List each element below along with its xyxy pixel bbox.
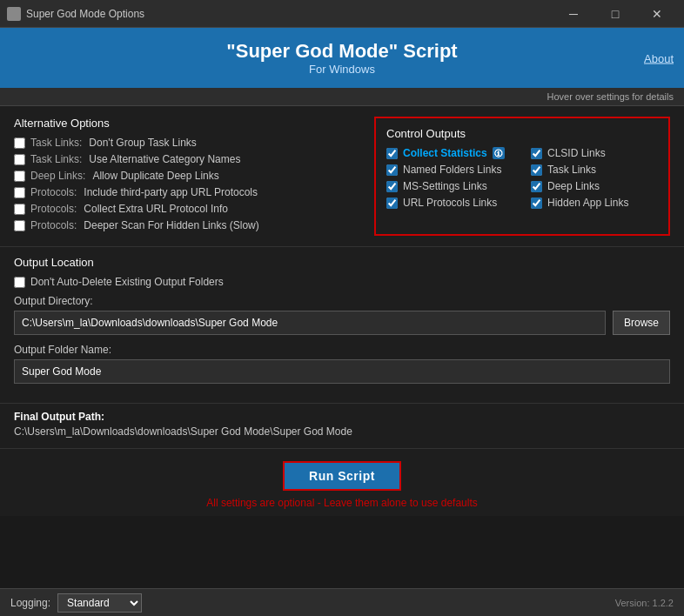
alt-item-val: Deeper Scan For Hidden Links (Slow) xyxy=(84,219,258,231)
no-delete-checkbox[interactable] xyxy=(14,277,25,288)
list-item: MS-Settings Links xyxy=(386,180,513,192)
run-section: Run Script All settings are optional - L… xyxy=(0,448,684,516)
close-button[interactable]: ✕ xyxy=(637,0,677,28)
list-item: Protocols: Include third-party app URL P… xyxy=(14,186,364,198)
co-deep-links-checkbox[interactable] xyxy=(531,181,542,192)
list-item: Hidden App Links xyxy=(531,197,658,209)
alt-item-val: Don't Group Task Links xyxy=(89,137,196,149)
maximize-button[interactable]: □ xyxy=(595,0,635,28)
alt-tasklnk2-checkbox[interactable] xyxy=(14,154,25,165)
alt-item-key: Task Links: xyxy=(30,153,82,165)
list-item: CLSID Links xyxy=(531,147,658,159)
hover-hint: Hover over settings for details xyxy=(0,88,684,106)
folder-label: Output Folder Name: xyxy=(14,344,670,356)
co-url-protocols-label: URL Protocols Links xyxy=(403,197,497,209)
co-hidden-app-checkbox[interactable] xyxy=(531,198,542,209)
run-script-button[interactable]: Run Script xyxy=(283,461,401,491)
main-options-area: Alternative Options Task Links: Don't Gr… xyxy=(0,106,684,246)
co-named-folders-label: Named Folders Links xyxy=(403,164,501,176)
alt-proto1-checkbox[interactable] xyxy=(14,187,25,198)
header: "Super God Mode" Script For Windows Abou… xyxy=(0,28,684,88)
list-item: Protocols: Deeper Scan For Hidden Links … xyxy=(14,219,364,231)
alt-item-val: Allow Duplicate Deep Links xyxy=(92,170,218,182)
header-title: "Super God Mode" Script xyxy=(17,40,667,63)
co-url-protocols-checkbox[interactable] xyxy=(386,198,398,209)
version-text: Version: 1.2.2 xyxy=(615,598,674,608)
co-ms-settings-label: MS-Settings Links xyxy=(403,180,487,192)
list-item: Task Links xyxy=(531,164,658,176)
final-path-section: Final Output Path: C:\Users\m_la\Downloa… xyxy=(0,403,684,448)
list-item: Protocols: Collect Extra URL Protocol In… xyxy=(14,203,364,215)
final-path-value: C:\Users\m_la\Downloads\downloads\Super … xyxy=(14,425,670,438)
list-item: Task Links: Use Alternative Category Nam… xyxy=(14,153,364,165)
co-named-folders-checkbox[interactable] xyxy=(386,164,398,176)
alt-proto3-checkbox[interactable] xyxy=(14,220,25,231)
output-location-section: Output Location Don't Auto-Delete Existi… xyxy=(0,246,684,403)
co-hidden-app-label: Hidden App Links xyxy=(547,197,628,209)
control-outputs-grid: Collect Statistics 🛈 CLSID Links Named F… xyxy=(386,147,658,209)
list-item: Deep Links: Allow Duplicate Deep Links xyxy=(14,170,364,182)
logging-select[interactable]: Standard Verbose Minimal xyxy=(57,593,142,613)
logging-label: Logging: xyxy=(10,597,50,609)
dir-row: Browse xyxy=(14,311,670,335)
logging-row: Logging: Standard Verbose Minimal xyxy=(10,593,142,613)
alt-deeplnk-checkbox[interactable] xyxy=(14,171,25,182)
alt-item-key: Protocols: xyxy=(30,203,77,215)
dir-input[interactable] xyxy=(14,311,606,335)
co-ms-settings-checkbox[interactable] xyxy=(386,181,398,192)
folder-input[interactable] xyxy=(14,359,670,384)
app-icon xyxy=(7,7,21,21)
alt-proto2-checkbox[interactable] xyxy=(14,204,25,215)
title-bar: Super God Mode Options ─ □ ✕ xyxy=(0,0,684,28)
minimize-button[interactable]: ─ xyxy=(553,0,593,28)
optional-hint: All settings are optional - Leave them a… xyxy=(14,497,670,509)
co-task-links-checkbox[interactable] xyxy=(531,164,542,176)
title-bar-text: Super God Mode Options xyxy=(26,8,553,20)
title-bar-controls: ─ □ ✕ xyxy=(553,0,677,28)
co-collect-stats-checkbox[interactable] xyxy=(386,148,398,159)
alt-options-section: Alternative Options Task Links: Don't Gr… xyxy=(14,117,364,236)
output-location-title: Output Location xyxy=(14,256,670,269)
co-clsid-checkbox[interactable] xyxy=(531,148,542,159)
alt-item-key: Deep Links: xyxy=(30,170,85,182)
info-icon[interactable]: 🛈 xyxy=(493,147,505,159)
collect-stats-label: Collect Statistics xyxy=(403,147,487,159)
folder-row xyxy=(14,359,670,384)
control-outputs-section: Control Outputs Collect Statistics 🛈 CLS… xyxy=(374,117,670,236)
list-item: Named Folders Links xyxy=(386,164,513,176)
final-path-label: Final Output Path: xyxy=(14,411,670,423)
alt-options-title: Alternative Options xyxy=(14,117,364,130)
browse-button[interactable]: Browse xyxy=(613,311,670,335)
status-bar: Logging: Standard Verbose Minimal Versio… xyxy=(0,588,684,616)
alt-item-key: Protocols: xyxy=(30,186,77,198)
about-link[interactable]: About xyxy=(644,51,674,64)
header-subtitle: For Windows xyxy=(17,63,667,76)
alt-item-key: Protocols: xyxy=(30,219,77,231)
list-item: URL Protocols Links xyxy=(386,197,513,209)
alt-item-val: Include third-party app URL Protocols xyxy=(84,186,258,198)
list-item: Collect Statistics 🛈 xyxy=(386,147,513,159)
alt-item-val: Collect Extra URL Protocol Info xyxy=(84,203,228,215)
alt-item-key: Task Links: xyxy=(30,137,82,149)
list-item: Task Links: Don't Group Task Links xyxy=(14,137,364,149)
co-task-links-label: Task Links xyxy=(547,164,596,176)
co-deep-links-label: Deep Links xyxy=(547,180,600,192)
co-clsid-label: CLSID Links xyxy=(547,147,606,159)
list-item: Deep Links xyxy=(531,180,658,192)
alt-item-val: Use Alternative Category Names xyxy=(89,153,240,165)
dir-label: Output Directory: xyxy=(14,295,670,307)
control-outputs-title: Control Outputs xyxy=(386,127,658,140)
no-delete-row: Don't Auto-Delete Existing Output Folder… xyxy=(14,276,670,288)
alt-tasklnk1-checkbox[interactable] xyxy=(14,137,25,149)
no-delete-label: Don't Auto-Delete Existing Output Folder… xyxy=(30,276,224,288)
